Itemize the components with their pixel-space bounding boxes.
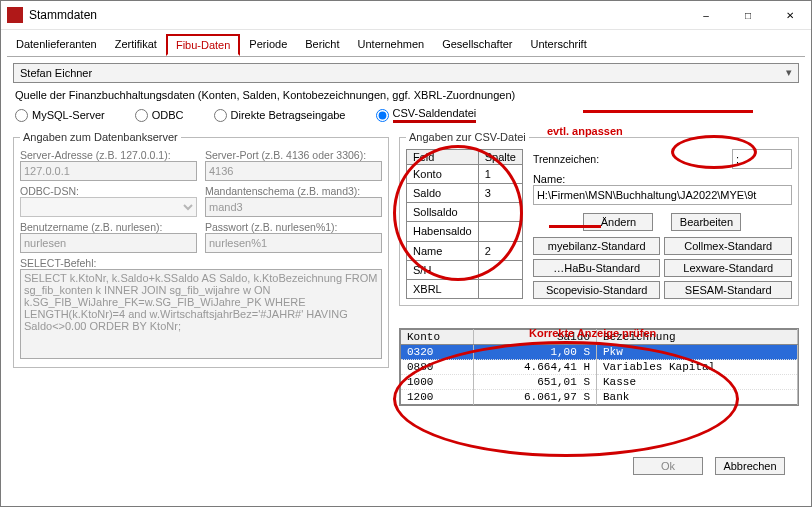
user-label: Benutzername (z.B. nurlesen): <box>20 221 197 233</box>
lexware-button[interactable]: Lexware-Standard <box>664 259 792 277</box>
radio-csv-input[interactable] <box>376 109 389 122</box>
csv-columns-table[interactable]: Feld Spalte Konto1Saldo3SollsaldoHabensa… <box>406 149 523 299</box>
ok-button: Ok <box>633 457 703 475</box>
myebilanz-button[interactable]: myebilanz-Standard <box>533 237 661 255</box>
preview-saldo: 4.664,41 H <box>474 360 597 375</box>
radio-odbc[interactable]: ODBC <box>135 109 184 122</box>
preview-bez: Bank <box>597 390 798 405</box>
schema-input <box>205 197 382 217</box>
tab-bericht[interactable]: Bericht <box>296 34 348 56</box>
tab-zertifikat[interactable]: Zertifikat <box>106 34 166 56</box>
habu-button[interactable]: …HaBu-Standard <box>533 259 661 277</box>
mandant-value: Stefan Eichner <box>20 67 92 79</box>
csv-col-feld: Saldo <box>407 184 479 203</box>
tab-unterschrift[interactable]: Unterschrift <box>521 34 595 56</box>
csv-col-feld: Konto <box>407 165 479 184</box>
radio-mysql-label: MySQL-Server <box>32 109 105 121</box>
maximize-button[interactable]: □ <box>727 1 769 29</box>
radio-direct[interactable]: Direkte Betragseingabe <box>214 109 346 122</box>
preview-bez: Variables Kapital <box>597 360 798 375</box>
tab-datenlieferanten[interactable]: Datenlieferanten <box>7 34 106 56</box>
preview-konto: 0880 <box>401 360 474 375</box>
schema-label: Mandantenschema (z.B. mand3): <box>205 185 382 197</box>
user-input <box>20 233 197 253</box>
mandant-dropdown[interactable]: Stefan Eichner <box>13 63 799 83</box>
dsn-label: ODBC-DSN: <box>20 185 197 197</box>
radio-direct-label: Direkte Betragseingabe <box>231 109 346 121</box>
preview-row[interactable]: 1000651,01 SKasse <box>401 375 798 390</box>
csv-group-legend: Angaben zur CSV-Datei <box>406 131 529 143</box>
tab-fibu-daten[interactable]: Fibu-Daten <box>166 34 240 56</box>
sql-textarea <box>20 269 382 359</box>
csv-col-feld: XBRL <box>407 279 479 298</box>
csv-group: Angaben zur CSV-Datei Feld Spalte Konto1… <box>399 131 799 306</box>
change-button[interactable]: Ändern <box>583 213 653 231</box>
port-input <box>205 161 382 181</box>
cancel-button[interactable]: Abbrechen <box>715 457 785 475</box>
db-group: Angaben zum Datenbankserver Server-Adres… <box>13 131 389 368</box>
scopevisio-button[interactable]: Scopevisio-Standard <box>533 281 661 299</box>
csv-col-row[interactable]: Habensaldo <box>407 222 523 241</box>
csv-col-row[interactable]: Konto1 <box>407 165 523 184</box>
csv-col-spalte: 1 <box>478 165 522 184</box>
radio-odbc-label: ODBC <box>152 109 184 121</box>
csv-col-row[interactable]: XBRL <box>407 279 523 298</box>
prev-hdr-saldo: Saldo <box>474 330 597 345</box>
app-icon <box>7 7 23 23</box>
radio-mysql-input[interactable] <box>15 109 28 122</box>
preview-row[interactable]: 03201,00 SPkw <box>401 345 798 360</box>
preview-konto: 0320 <box>401 345 474 360</box>
window-title: Stammdaten <box>29 8 685 22</box>
col-feld: Feld <box>407 150 479 165</box>
preview-konto: 1200 <box>401 390 474 405</box>
minimize-button[interactable]: – <box>685 1 727 29</box>
tab-periode[interactable]: Periode <box>240 34 296 56</box>
addr-input <box>20 161 197 181</box>
csv-col-spalte <box>478 260 522 279</box>
csv-col-row[interactable]: Saldo3 <box>407 184 523 203</box>
csv-col-spalte: 2 <box>478 241 522 260</box>
csv-col-feld: Habensaldo <box>407 222 479 241</box>
port-label: Server-Port (z.B. 4136 oder 3306): <box>205 149 382 161</box>
csv-col-row[interactable]: Name2 <box>407 241 523 260</box>
sep-label: Trennzeichen: <box>533 153 728 165</box>
preview-saldo: 1,00 S <box>474 345 597 360</box>
edit-button[interactable]: Bearbeiten <box>671 213 741 231</box>
sql-label: SELECT-Befehl: <box>20 257 382 269</box>
radio-mysql[interactable]: MySQL-Server <box>15 109 105 122</box>
preview-row[interactable]: 12006.061,97 SBank <box>401 390 798 405</box>
radio-direct-input[interactable] <box>214 109 227 122</box>
radio-csv-label: CSV-Saldendatei <box>393 107 477 123</box>
prev-hdr-konto: Konto <box>401 330 474 345</box>
collmex-button[interactable]: Collmex-Standard <box>664 237 792 255</box>
csv-col-row[interactable]: Sollsaldo <box>407 203 523 222</box>
radio-odbc-input[interactable] <box>135 109 148 122</box>
pass-input <box>205 233 382 253</box>
preview-bez: Pkw <box>597 345 798 360</box>
preview-saldo: 651,01 S <box>474 375 597 390</box>
pass-label: Passwort (z.B. nurlesen%1): <box>205 221 382 233</box>
addr-label: Server-Adresse (z.B. 127.0.0.1): <box>20 149 197 161</box>
csv-col-spalte <box>478 279 522 298</box>
close-button[interactable]: ✕ <box>769 1 811 29</box>
csv-col-spalte <box>478 222 522 241</box>
dsn-select <box>20 197 197 217</box>
preview-saldo: 6.061,97 S <box>474 390 597 405</box>
radio-csv[interactable]: CSV-Saldendatei <box>376 107 477 123</box>
preview-row[interactable]: 08804.664,41 HVariables Kapital <box>401 360 798 375</box>
source-label: Quelle der Finanzbuchhaltungsdaten (Kont… <box>15 89 799 101</box>
tab-bar: Datenlieferanten Zertifikat Fibu-Daten P… <box>1 30 811 56</box>
sesam-button[interactable]: SESAM-Standard <box>664 281 792 299</box>
preview-konto: 1000 <box>401 375 474 390</box>
preview-table[interactable]: Konto Saldo Bezeichnung 03201,00 SPkw088… <box>400 329 798 405</box>
tab-gesellschafter[interactable]: Gesellschafter <box>433 34 521 56</box>
csv-col-row[interactable]: S/H <box>407 260 523 279</box>
csv-col-feld: S/H <box>407 260 479 279</box>
preview-bez: Kasse <box>597 375 798 390</box>
path-input[interactable] <box>533 185 792 205</box>
sep-input[interactable] <box>732 149 792 169</box>
csv-col-feld: Name <box>407 241 479 260</box>
name-label: Name: <box>533 173 792 185</box>
db-group-legend: Angaben zum Datenbankserver <box>20 131 181 143</box>
tab-unternehmen[interactable]: Unternehmen <box>349 34 434 56</box>
